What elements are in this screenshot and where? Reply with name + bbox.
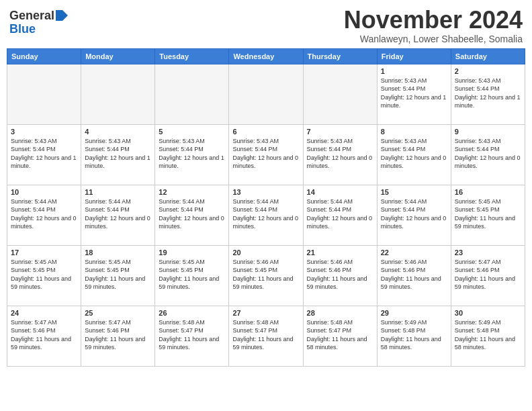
calendar-week-3: 10Sunrise: 5:44 AM Sunset: 5:44 PM Dayli… xyxy=(7,185,525,245)
day-info: Sunrise: 5:45 AM Sunset: 5:45 PM Dayligh… xyxy=(455,197,521,231)
day-number: 5 xyxy=(159,128,225,136)
day-info: Sunrise: 5:48 AM Sunset: 5:47 PM Dayligh… xyxy=(159,318,225,352)
calendar-cell: 11Sunrise: 5:44 AM Sunset: 5:44 PM Dayli… xyxy=(81,185,155,245)
day-number: 25 xyxy=(85,309,151,317)
day-number: 28 xyxy=(307,309,373,317)
page-header: General Blue November 2024 Wanlaweyn, Lo… xyxy=(7,7,525,44)
day-number: 17 xyxy=(11,248,77,257)
day-number: 14 xyxy=(307,188,373,196)
calendar-cell: 12Sunrise: 5:44 AM Sunset: 5:44 PM Dayli… xyxy=(155,185,229,245)
day-info: Sunrise: 5:43 AM Sunset: 5:44 PM Dayligh… xyxy=(455,137,521,171)
day-number: 20 xyxy=(232,248,299,257)
day-info: Sunrise: 5:46 AM Sunset: 5:46 PM Dayligh… xyxy=(381,258,447,291)
calendar-cell: 23Sunrise: 5:47 AM Sunset: 5:46 PM Dayli… xyxy=(451,245,525,306)
calendar-cell: 21Sunrise: 5:46 AM Sunset: 5:46 PM Dayli… xyxy=(303,245,377,306)
day-info: Sunrise: 5:43 AM Sunset: 5:44 PM Dayligh… xyxy=(159,137,225,171)
day-number: 6 xyxy=(232,128,299,136)
calendar-cell: 24Sunrise: 5:47 AM Sunset: 5:46 PM Dayli… xyxy=(7,306,81,366)
day-info: Sunrise: 5:44 AM Sunset: 5:44 PM Dayligh… xyxy=(381,197,447,231)
day-number: 21 xyxy=(307,248,373,257)
day-info: Sunrise: 5:44 AM Sunset: 5:44 PM Dayligh… xyxy=(85,197,151,231)
day-info: Sunrise: 5:44 AM Sunset: 5:44 PM Dayligh… xyxy=(232,197,299,231)
day-number: 9 xyxy=(455,128,521,136)
title-section: November 2024 Wanlaweyn, Lower Shabeelle… xyxy=(344,7,523,44)
month-title: November 2024 xyxy=(344,7,523,34)
day-info: Sunrise: 5:46 AM Sunset: 5:46 PM Dayligh… xyxy=(307,258,373,291)
logo-blue-text: Blue xyxy=(9,23,36,36)
day-number: 8 xyxy=(381,128,447,136)
logo: General Blue xyxy=(9,9,68,36)
day-header-monday: Monday xyxy=(81,48,155,64)
logo-general-text: General xyxy=(9,9,54,23)
calendar-cell: 17Sunrise: 5:45 AM Sunset: 5:45 PM Dayli… xyxy=(7,245,81,306)
day-number: 13 xyxy=(232,188,299,196)
day-info: Sunrise: 5:46 AM Sunset: 5:45 PM Dayligh… xyxy=(232,258,299,291)
day-info: Sunrise: 5:44 AM Sunset: 5:44 PM Dayligh… xyxy=(307,197,373,231)
day-info: Sunrise: 5:43 AM Sunset: 5:44 PM Dayligh… xyxy=(85,137,151,171)
day-header-thursday: Thursday xyxy=(303,48,377,64)
logo-icon xyxy=(56,10,68,21)
day-number: 29 xyxy=(381,309,447,317)
calendar-cell: 9Sunrise: 5:43 AM Sunset: 5:44 PM Daylig… xyxy=(451,124,525,185)
day-info: Sunrise: 5:48 AM Sunset: 5:47 PM Dayligh… xyxy=(307,318,373,352)
day-number: 3 xyxy=(11,128,77,136)
day-number: 22 xyxy=(381,248,447,257)
day-number: 16 xyxy=(455,188,521,196)
calendar-cell xyxy=(7,64,81,124)
calendar-cell: 6Sunrise: 5:43 AM Sunset: 5:44 PM Daylig… xyxy=(229,124,303,185)
calendar-cell: 19Sunrise: 5:45 AM Sunset: 5:45 PM Dayli… xyxy=(155,245,229,306)
day-info: Sunrise: 5:45 AM Sunset: 5:45 PM Dayligh… xyxy=(11,258,77,291)
day-number: 4 xyxy=(85,128,151,136)
day-number: 7 xyxy=(307,128,373,136)
day-info: Sunrise: 5:49 AM Sunset: 5:48 PM Dayligh… xyxy=(455,318,521,352)
calendar-cell: 26Sunrise: 5:48 AM Sunset: 5:47 PM Dayli… xyxy=(155,306,229,366)
day-info: Sunrise: 5:43 AM Sunset: 5:44 PM Dayligh… xyxy=(455,77,521,110)
day-info: Sunrise: 5:43 AM Sunset: 5:44 PM Dayligh… xyxy=(232,137,299,171)
day-number: 15 xyxy=(381,188,447,196)
location-title: Wanlaweyn, Lower Shabeelle, Somalia xyxy=(344,34,523,44)
calendar-header-row: SundayMondayTuesdayWednesdayThursdayFrid… xyxy=(7,48,525,64)
day-number: 19 xyxy=(159,248,225,257)
calendar-cell: 20Sunrise: 5:46 AM Sunset: 5:45 PM Dayli… xyxy=(229,245,303,306)
day-number: 27 xyxy=(232,309,299,317)
calendar-cell: 15Sunrise: 5:44 AM Sunset: 5:44 PM Dayli… xyxy=(377,185,451,245)
day-number: 18 xyxy=(85,248,151,257)
calendar-cell xyxy=(229,64,303,124)
day-info: Sunrise: 5:44 AM Sunset: 5:44 PM Dayligh… xyxy=(11,197,77,231)
calendar-cell xyxy=(155,64,229,124)
calendar-cell xyxy=(303,64,377,124)
day-number: 12 xyxy=(159,188,225,196)
calendar-cell: 10Sunrise: 5:44 AM Sunset: 5:44 PM Dayli… xyxy=(7,185,81,245)
day-number: 1 xyxy=(381,67,447,75)
calendar-cell: 30Sunrise: 5:49 AM Sunset: 5:48 PM Dayli… xyxy=(451,306,525,366)
day-header-tuesday: Tuesday xyxy=(155,48,229,64)
day-info: Sunrise: 5:47 AM Sunset: 5:46 PM Dayligh… xyxy=(85,318,151,352)
calendar-cell: 4Sunrise: 5:43 AM Sunset: 5:44 PM Daylig… xyxy=(81,124,155,185)
day-info: Sunrise: 5:49 AM Sunset: 5:48 PM Dayligh… xyxy=(381,318,447,352)
day-info: Sunrise: 5:47 AM Sunset: 5:46 PM Dayligh… xyxy=(455,258,521,291)
calendar-cell: 16Sunrise: 5:45 AM Sunset: 5:45 PM Dayli… xyxy=(451,185,525,245)
calendar-cell: 2Sunrise: 5:43 AM Sunset: 5:44 PM Daylig… xyxy=(451,64,525,124)
day-info: Sunrise: 5:43 AM Sunset: 5:44 PM Dayligh… xyxy=(381,137,447,171)
day-number: 30 xyxy=(455,309,521,317)
calendar-cell: 5Sunrise: 5:43 AM Sunset: 5:44 PM Daylig… xyxy=(155,124,229,185)
svg-marker-0 xyxy=(56,10,68,21)
day-number: 11 xyxy=(85,188,151,196)
day-number: 24 xyxy=(11,309,77,317)
day-info: Sunrise: 5:43 AM Sunset: 5:44 PM Dayligh… xyxy=(307,137,373,171)
calendar-week-2: 3Sunrise: 5:43 AM Sunset: 5:44 PM Daylig… xyxy=(7,124,525,185)
calendar-week-4: 17Sunrise: 5:45 AM Sunset: 5:45 PM Dayli… xyxy=(7,245,525,306)
day-header-saturday: Saturday xyxy=(451,48,525,64)
day-number: 2 xyxy=(455,67,521,75)
calendar-cell: 18Sunrise: 5:45 AM Sunset: 5:45 PM Dayli… xyxy=(81,245,155,306)
day-number: 10 xyxy=(11,188,77,196)
calendar-cell: 25Sunrise: 5:47 AM Sunset: 5:46 PM Dayli… xyxy=(81,306,155,366)
day-info: Sunrise: 5:43 AM Sunset: 5:44 PM Dayligh… xyxy=(11,137,77,171)
day-header-wednesday: Wednesday xyxy=(229,48,303,64)
day-info: Sunrise: 5:48 AM Sunset: 5:47 PM Dayligh… xyxy=(232,318,299,352)
day-info: Sunrise: 5:45 AM Sunset: 5:45 PM Dayligh… xyxy=(85,258,151,291)
calendar-cell: 27Sunrise: 5:48 AM Sunset: 5:47 PM Dayli… xyxy=(229,306,303,366)
calendar-week-5: 24Sunrise: 5:47 AM Sunset: 5:46 PM Dayli… xyxy=(7,306,525,366)
day-header-friday: Friday xyxy=(377,48,451,64)
calendar-week-1: 1Sunrise: 5:43 AM Sunset: 5:44 PM Daylig… xyxy=(7,64,525,124)
